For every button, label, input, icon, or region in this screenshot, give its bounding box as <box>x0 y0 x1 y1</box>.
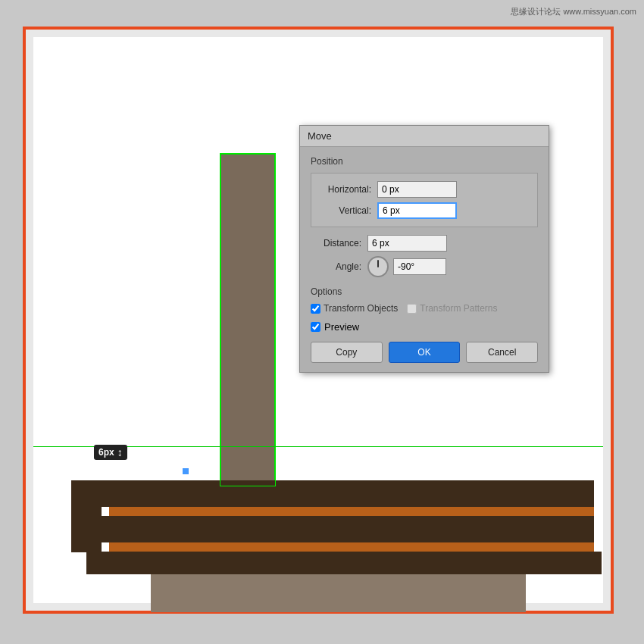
transform-objects-checkbox[interactable] <box>311 304 320 314</box>
angle-dial <box>367 256 389 277</box>
tooltip-text: 6px <box>98 447 114 458</box>
move-dialog: Move Position Horizontal: Vertical: Dist… <box>299 125 549 373</box>
distance-row: Distance: <box>311 235 538 252</box>
base-strip1 <box>109 507 594 516</box>
options-row: Transform Objects Transform Patterns <box>311 303 538 314</box>
base-middle <box>102 516 594 542</box>
preview-checkbox[interactable] <box>311 322 320 332</box>
distance-input[interactable] <box>367 235 447 252</box>
button-row: Copy OK Cancel <box>311 342 538 363</box>
dialog-titlebar: Move <box>300 126 549 147</box>
dialog-title: Move <box>308 130 332 142</box>
angle-input[interactable] <box>393 258 446 275</box>
horizontal-row: Horizontal: <box>320 181 528 198</box>
angle-row: Angle: <box>311 256 538 277</box>
position-section-label: Position <box>311 156 538 167</box>
base-ext-left <box>71 480 102 552</box>
base-lower <box>86 552 602 574</box>
copy-button[interactable]: Copy <box>311 342 383 363</box>
horizontal-label: Horizontal: <box>320 184 377 195</box>
base-outer <box>102 480 594 507</box>
tooltip-arrow-icon: ↕ <box>117 447 123 458</box>
transform-objects-label[interactable]: Transform Objects <box>311 303 398 314</box>
vertical-row: Vertical: <box>320 202 528 219</box>
column-selection <box>220 153 276 486</box>
tooltip-6px: 6px ↕ <box>94 445 127 460</box>
base-plinth <box>151 574 526 612</box>
preview-row: Preview <box>311 321 538 333</box>
angle-label: Angle: <box>311 261 367 272</box>
options-section-label: Options <box>311 286 538 297</box>
distance-label: Distance: <box>311 238 367 249</box>
base-strip2 <box>109 542 594 552</box>
ok-button[interactable]: OK <box>389 342 461 363</box>
preview-label[interactable]: Preview <box>324 321 359 333</box>
vertical-label: Vertical: <box>320 205 377 216</box>
options-section: Options Transform Objects Transform Patt… <box>311 286 538 314</box>
selection-handle <box>182 467 189 475</box>
vertical-input[interactable] <box>377 202 457 219</box>
angle-dial-indicator <box>377 260 379 267</box>
watermark: 思缘设计论坛 www.missyuan.com <box>511 6 636 17</box>
horizontal-input[interactable] <box>377 181 457 198</box>
transform-patterns-checkbox[interactable] <box>407 304 417 314</box>
transform-patterns-label[interactable]: Transform Patterns <box>407 303 497 314</box>
cancel-button[interactable]: Cancel <box>466 342 538 363</box>
dialog-body: Position Horizontal: Vertical: Distance:… <box>300 147 549 372</box>
position-group: Horizontal: Vertical: <box>311 173 538 227</box>
